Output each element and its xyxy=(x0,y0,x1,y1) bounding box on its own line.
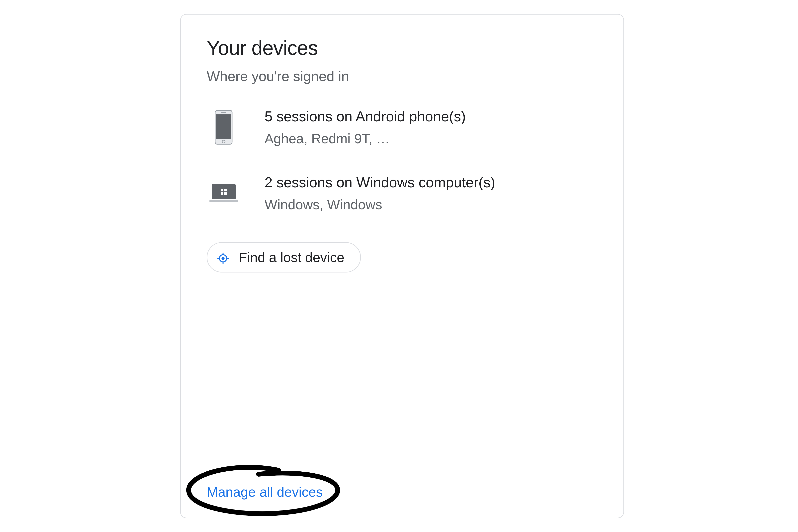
card-body: Your devices Where you're signed in 5 se… xyxy=(181,15,623,472)
device-text: 2 sessions on Windows computer(s) Window… xyxy=(265,174,495,212)
svg-point-10 xyxy=(221,257,224,260)
svg-rect-6 xyxy=(221,189,223,191)
card-title: Your devices xyxy=(207,37,598,59)
svg-rect-9 xyxy=(224,192,226,195)
svg-rect-8 xyxy=(221,192,223,195)
find-lost-device-label: Find a lost device xyxy=(239,250,344,265)
svg-rect-7 xyxy=(224,189,226,191)
locate-icon xyxy=(217,251,229,263)
device-row-android[interactable]: 5 sessions on Android phone(s) Aghea, Re… xyxy=(207,108,598,146)
device-detail: Windows, Windows xyxy=(265,197,495,212)
manage-all-devices-link[interactable]: Manage all devices xyxy=(207,484,323,500)
device-title: 2 sessions on Windows computer(s) xyxy=(265,174,495,191)
device-list: 5 sessions on Android phone(s) Aghea, Re… xyxy=(207,108,598,212)
svg-rect-5 xyxy=(210,200,238,202)
find-lost-device-button[interactable]: Find a lost device xyxy=(207,242,361,272)
device-detail: Aghea, Redmi 9T, … xyxy=(265,131,466,146)
windows-laptop-icon xyxy=(209,183,239,204)
card-subtitle: Where you're signed in xyxy=(207,69,598,84)
svg-rect-4 xyxy=(212,184,236,199)
android-phone-icon xyxy=(209,110,239,145)
card-footer: Manage all devices xyxy=(181,472,623,518)
device-row-windows[interactable]: 2 sessions on Windows computer(s) Window… xyxy=(207,174,598,212)
device-text: 5 sessions on Android phone(s) Aghea, Re… xyxy=(265,108,466,146)
device-title: 5 sessions on Android phone(s) xyxy=(265,108,466,125)
your-devices-card: Your devices Where you're signed in 5 se… xyxy=(180,14,624,518)
svg-rect-2 xyxy=(221,112,226,113)
svg-rect-1 xyxy=(216,114,231,139)
